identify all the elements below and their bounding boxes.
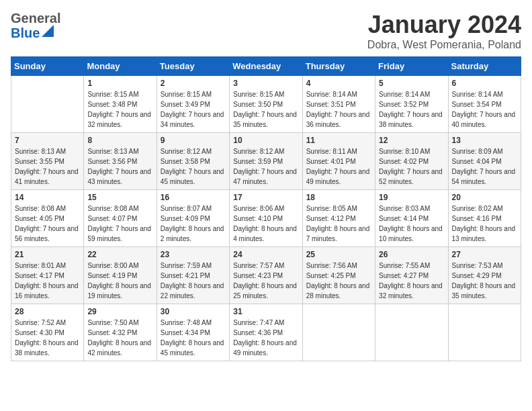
- calendar-cell: 11 Sunrise: 8:11 AM Sunset: 4:01 PM Dayl…: [302, 133, 375, 190]
- calendar-cell: 4 Sunrise: 8:14 AM Sunset: 3:51 PM Dayli…: [302, 76, 375, 133]
- day-info: Sunrise: 8:01 AM Sunset: 4:17 PM Dayligh…: [15, 261, 80, 301]
- title-block: January 2024 Dobra, West Pomerania, Pola…: [367, 11, 521, 51]
- day-info: Sunrise: 7:57 AM Sunset: 4:23 PM Dayligh…: [233, 261, 298, 301]
- day-number: 21: [15, 250, 80, 259]
- calendar-cell: [448, 304, 521, 361]
- day-info: Sunrise: 8:12 AM Sunset: 3:58 PM Dayligh…: [161, 146, 226, 187]
- day-number: 19: [379, 193, 444, 202]
- logo-triangle-icon: [42, 25, 54, 37]
- day-number: 1: [87, 79, 152, 88]
- calendar-week-row: 7 Sunrise: 8:13 AM Sunset: 3:55 PM Dayli…: [11, 133, 521, 190]
- day-info: Sunrise: 7:52 AM Sunset: 4:30 PM Dayligh…: [15, 318, 80, 358]
- calendar-cell: 18 Sunrise: 8:05 AM Sunset: 4:12 PM Dayl…: [302, 190, 375, 247]
- calendar-cell: 3 Sunrise: 8:15 AM Sunset: 3:50 PM Dayli…: [230, 76, 302, 133]
- day-info: Sunrise: 8:10 AM Sunset: 4:02 PM Dayligh…: [379, 146, 444, 187]
- day-number: 3: [233, 79, 298, 88]
- day-number: 12: [379, 136, 444, 145]
- day-number: 18: [306, 193, 371, 202]
- calendar-cell: 12 Sunrise: 8:10 AM Sunset: 4:02 PM Dayl…: [375, 133, 448, 190]
- day-number: 2: [161, 79, 226, 88]
- calendar-cell: 28 Sunrise: 7:52 AM Sunset: 4:30 PM Dayl…: [11, 304, 84, 361]
- day-info: Sunrise: 8:08 AM Sunset: 4:05 PM Dayligh…: [15, 203, 80, 244]
- day-info: Sunrise: 8:13 AM Sunset: 3:56 PM Dayligh…: [87, 146, 152, 187]
- calendar-cell: 25 Sunrise: 7:56 AM Sunset: 4:25 PM Dayl…: [302, 247, 375, 304]
- calendar-cell: 26 Sunrise: 7:55 AM Sunset: 4:27 PM Dayl…: [375, 247, 448, 304]
- day-number: 31: [233, 307, 298, 316]
- calendar-cell: 6 Sunrise: 8:14 AM Sunset: 3:54 PM Dayli…: [448, 76, 521, 133]
- day-info: Sunrise: 8:14 AM Sunset: 3:54 PM Dayligh…: [452, 89, 517, 130]
- day-number: 5: [379, 79, 444, 88]
- calendar-cell: 21 Sunrise: 8:01 AM Sunset: 4:17 PM Dayl…: [11, 247, 84, 304]
- calendar-week-row: 1 Sunrise: 8:15 AM Sunset: 3:48 PM Dayli…: [11, 76, 521, 133]
- day-number: 9: [161, 136, 226, 145]
- calendar-cell: [375, 304, 448, 361]
- calendar-cell: 16 Sunrise: 8:07 AM Sunset: 4:09 PM Dayl…: [157, 190, 229, 247]
- day-info: Sunrise: 7:48 AM Sunset: 4:34 PM Dayligh…: [161, 318, 226, 358]
- day-info: Sunrise: 7:50 AM Sunset: 4:32 PM Dayligh…: [87, 318, 152, 358]
- day-number: 8: [87, 136, 152, 145]
- calendar-week-row: 14 Sunrise: 8:08 AM Sunset: 4:05 PM Dayl…: [11, 190, 521, 247]
- calendar-cell: 30 Sunrise: 7:48 AM Sunset: 4:34 PM Dayl…: [157, 304, 229, 361]
- calendar-cell: 15 Sunrise: 8:08 AM Sunset: 4:07 PM Dayl…: [84, 190, 157, 247]
- day-number: 13: [452, 136, 517, 145]
- day-number: 14: [15, 193, 80, 202]
- calendar-cell: 17 Sunrise: 8:06 AM Sunset: 4:10 PM Dayl…: [230, 190, 302, 247]
- day-info: Sunrise: 8:15 AM Sunset: 3:48 PM Dayligh…: [87, 89, 152, 130]
- calendar-cell: 13 Sunrise: 8:09 AM Sunset: 4:04 PM Dayl…: [448, 133, 521, 190]
- calendar-cell: 22 Sunrise: 8:00 AM Sunset: 4:19 PM Dayl…: [84, 247, 157, 304]
- header-tuesday: Tuesday: [157, 57, 229, 76]
- calendar-cell: 27 Sunrise: 7:53 AM Sunset: 4:29 PM Dayl…: [448, 247, 521, 304]
- day-info: Sunrise: 8:02 AM Sunset: 4:16 PM Dayligh…: [452, 203, 517, 244]
- day-number: 15: [87, 193, 152, 202]
- calendar-table: SundayMondayTuesdayWednesdayThursdayFrid…: [11, 56, 521, 361]
- day-number: 20: [452, 193, 517, 202]
- header: General Blue January 2024 Dobra, West Po…: [11, 11, 521, 51]
- page-subtitle: Dobra, West Pomerania, Poland: [367, 39, 521, 51]
- calendar-cell: 9 Sunrise: 8:12 AM Sunset: 3:58 PM Dayli…: [157, 133, 229, 190]
- day-info: Sunrise: 8:13 AM Sunset: 3:55 PM Dayligh…: [15, 146, 80, 187]
- calendar-cell: [302, 304, 375, 361]
- header-wednesday: Wednesday: [230, 57, 302, 76]
- day-info: Sunrise: 8:07 AM Sunset: 4:09 PM Dayligh…: [161, 203, 226, 244]
- calendar-cell: 10 Sunrise: 8:12 AM Sunset: 3:59 PM Dayl…: [230, 133, 302, 190]
- day-number: 25: [306, 250, 371, 259]
- day-info: Sunrise: 7:47 AM Sunset: 4:36 PM Dayligh…: [233, 318, 298, 358]
- day-number: 6: [452, 79, 517, 88]
- day-info: Sunrise: 8:14 AM Sunset: 3:51 PM Dayligh…: [306, 89, 371, 130]
- calendar-week-row: 28 Sunrise: 7:52 AM Sunset: 4:30 PM Dayl…: [11, 304, 521, 361]
- day-info: Sunrise: 8:15 AM Sunset: 3:50 PM Dayligh…: [233, 89, 298, 130]
- calendar-cell: 23 Sunrise: 7:59 AM Sunset: 4:21 PM Dayl…: [157, 247, 229, 304]
- calendar-header-row: SundayMondayTuesdayWednesdayThursdayFrid…: [11, 57, 521, 76]
- logo-blue: Blue: [11, 26, 40, 40]
- day-number: 28: [15, 307, 80, 316]
- calendar-week-row: 21 Sunrise: 8:01 AM Sunset: 4:17 PM Dayl…: [11, 247, 521, 304]
- header-monday: Monday: [84, 57, 157, 76]
- day-info: Sunrise: 7:53 AM Sunset: 4:29 PM Dayligh…: [452, 261, 517, 301]
- header-sunday: Sunday: [11, 57, 84, 76]
- day-info: Sunrise: 8:06 AM Sunset: 4:10 PM Dayligh…: [233, 203, 298, 244]
- day-info: Sunrise: 7:56 AM Sunset: 4:25 PM Dayligh…: [306, 261, 371, 301]
- logo-general: General: [11, 11, 60, 26]
- calendar-cell: 14 Sunrise: 8:08 AM Sunset: 4:05 PM Dayl…: [11, 190, 84, 247]
- day-number: 22: [87, 250, 152, 259]
- calendar-cell: 5 Sunrise: 8:14 AM Sunset: 3:52 PM Dayli…: [375, 76, 448, 133]
- day-info: Sunrise: 7:59 AM Sunset: 4:21 PM Dayligh…: [161, 261, 226, 301]
- day-info: Sunrise: 8:11 AM Sunset: 4:01 PM Dayligh…: [306, 146, 371, 187]
- calendar-cell: 24 Sunrise: 7:57 AM Sunset: 4:23 PM Dayl…: [230, 247, 302, 304]
- day-number: 7: [15, 136, 80, 145]
- day-info: Sunrise: 8:09 AM Sunset: 4:04 PM Dayligh…: [452, 146, 517, 187]
- day-number: 24: [233, 250, 298, 259]
- day-info: Sunrise: 7:55 AM Sunset: 4:27 PM Dayligh…: [379, 261, 444, 301]
- calendar-cell: 29 Sunrise: 7:50 AM Sunset: 4:32 PM Dayl…: [84, 304, 157, 361]
- day-number: 4: [306, 79, 371, 88]
- calendar-cell: 8 Sunrise: 8:13 AM Sunset: 3:56 PM Dayli…: [84, 133, 157, 190]
- svg-marker-0: [42, 25, 54, 37]
- day-info: Sunrise: 8:05 AM Sunset: 4:12 PM Dayligh…: [306, 203, 371, 244]
- logo: General Blue: [11, 11, 60, 40]
- day-number: 29: [87, 307, 152, 316]
- calendar-cell: [11, 76, 84, 133]
- day-number: 16: [161, 193, 226, 202]
- day-number: 11: [306, 136, 371, 145]
- calendar-cell: 7 Sunrise: 8:13 AM Sunset: 3:55 PM Dayli…: [11, 133, 84, 190]
- day-number: 23: [161, 250, 226, 259]
